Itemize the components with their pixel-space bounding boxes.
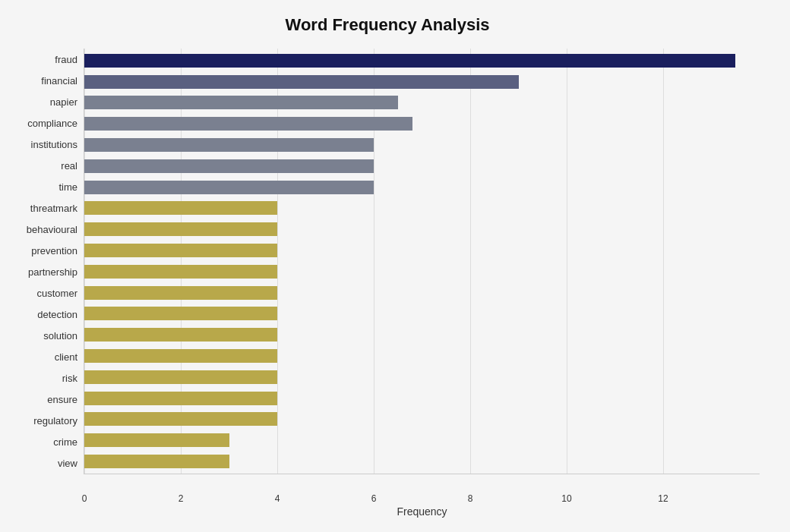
bar-row [84,198,760,219]
y-label: threatmark [15,203,77,213]
bar [84,286,277,300]
plot-area: 024681012 Frequency [84,49,760,474]
y-label: detection [15,310,77,320]
y-label: client [15,352,77,362]
bar [84,455,229,468]
bar [84,181,374,194]
chart-title: Word Frequency Analysis [15,15,760,35]
bar-row [84,388,760,409]
y-axis: fraudfinancialnapiercomplianceinstitutio… [15,49,84,474]
bar [84,349,277,363]
bar-row [84,240,760,261]
bar [84,412,277,426]
x-tick: 12 [658,493,668,504]
x-tick: 10 [561,493,571,504]
bar-row [84,50,760,71]
bar [84,244,277,257]
x-tick: 8 [468,493,473,504]
bar-row [84,409,760,430]
y-label: customer [15,288,77,298]
bar [84,265,277,279]
bar-row [84,345,760,367]
bar-row [84,430,760,451]
y-label: solution [15,331,77,341]
y-label: time [15,182,77,192]
bar [84,54,735,68]
x-tick: 6 [371,493,377,504]
bar-row [84,219,760,240]
bar-row [84,156,760,177]
y-label: fraud [15,55,77,65]
bar-row [84,93,760,114]
y-label: prevention [15,246,77,256]
y-label: ensure [15,395,77,405]
bar [84,201,277,215]
bar [84,370,277,384]
bar [84,433,229,447]
chart-container: Word Frequency Analysis fraudfinancialna… [0,0,790,532]
y-label: napier [15,97,77,107]
x-tick: 0 [82,493,87,504]
y-label: regulatory [15,416,77,426]
bar [84,392,277,405]
bar-row [84,304,760,325]
bar-row [84,451,760,472]
y-label: view [15,458,77,468]
bar-row [84,177,760,198]
bar-row [84,324,760,345]
bar [84,75,519,89]
y-label: real [15,161,77,171]
y-label: partnership [15,267,77,277]
bar-row [84,113,760,134]
bar [84,159,374,173]
y-label: compliance [15,118,77,128]
x-axis-label: Frequency [84,505,760,518]
y-label: crime [15,437,77,447]
bar-row [84,367,760,388]
y-label: risk [15,373,77,383]
x-tick: 2 [179,493,184,504]
x-tick: 4 [275,493,280,504]
chart-area: fraudfinancialnapiercomplianceinstitutio… [15,49,760,474]
bar [84,96,398,109]
y-label: behavioural [15,225,77,235]
y-label: institutions [15,140,77,150]
bar-row [84,134,760,156]
bar-row [84,282,760,304]
bar [84,328,277,342]
bar [84,117,412,131]
bars-wrapper [84,49,760,474]
bar-row [84,71,760,93]
bar [84,222,277,236]
y-label: financial [15,76,77,86]
bar-row [84,261,760,282]
bar [84,307,277,320]
bar [84,138,374,152]
